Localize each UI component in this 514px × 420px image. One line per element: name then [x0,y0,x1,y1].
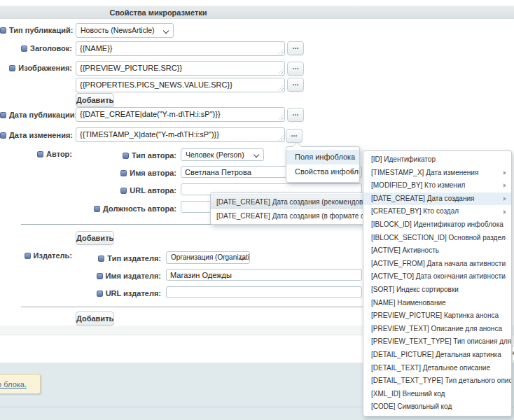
publisher-name-input[interactable]: Магазин Одежды [166,269,362,281]
submenu-arrow-icon [352,170,354,174]
field-menu-item[interactable]: [ID] Идентификатор [363,153,511,167]
publication-type-select[interactable]: Новость (NewsArticle) [76,23,174,38]
context-menu-item[interactable]: Свойства инфоблока [286,164,359,179]
author-url-label: URL автора: [0,186,176,195]
title-more-button[interactable]: ... [287,41,304,55]
author-position-label: Должность автора: [0,204,176,213]
hint-icon[interactable] [0,132,6,139]
publish-date-label: Дата публикации: [0,111,72,119]
resize-grip-icon[interactable] [278,69,284,74]
author-type-label: Тип автора: [0,151,176,160]
field-menu-item[interactable]: [MODIFIED_BY] Кто изменил [363,179,511,192]
title-label: Заголовок: [0,44,72,52]
field-menu-item[interactable]: [DATE_CREATE] Дата создания [363,192,511,206]
help-tooltip: ого блока. [0,374,41,394]
page-title: Свойства микроразметки [0,8,317,17]
microdata-properties-form: Свойства микроразметки Тип публикаций: Н… [0,0,514,420]
field-menu-item[interactable]: [DETAIL_PICTURE] Детальная картинка [363,349,511,362]
resize-grip-icon[interactable] [278,49,284,55]
field-menu-item[interactable]: [PREVIEW_TEXT_TYPE] Тип описания для ано… [363,335,511,349]
image-1-more-button[interactable]: ... [287,62,304,76]
submenu-arrow-icon [503,210,506,214]
publisher-url-input[interactable] [166,286,362,298]
submenu-arrow-icon [503,197,506,201]
publication-type-label: Тип публикаций: [0,26,72,34]
hint-icon[interactable] [0,112,6,118]
field-menu-item[interactable]: [IBLOCK_SECTION_ID] Основной раздел [363,232,511,245]
field-menu-item[interactable]: [ACTIVE] Активность [363,244,511,258]
publisher-type-select[interactable]: Организация (Organization) [166,251,250,264]
resize-grip-icon[interactable] [278,115,284,120]
image-src-textarea-2[interactable]: {{PROPERTIES.PICS_NEWS.VALUE.SRC}} [76,78,285,92]
field-menu-item[interactable]: [PREVIEW_TEXT] Описание для анонса [363,323,511,336]
iblock-fields-menu: [ID] Идентификатор [TIMESTAMP_X] Дата из… [363,150,512,416]
author-type-select[interactable]: Человек (Person) [181,148,264,161]
hint-icon[interactable] [123,153,129,159]
field-menu-item[interactable]: [NAME] Наименование [363,297,511,310]
modify-date-textarea[interactable]: {{TIMESTAMP_X|date("Y-m-d\TH:i:sP")}} [76,127,285,142]
submenu-arrow-icon [503,171,506,175]
field-menu-item[interactable]: [XML_ID] Внешний код [363,388,511,401]
field-menu-item[interactable]: [DETAIL_TEXT_TYPE] Тип детального описан… [363,374,511,388]
hint-icon[interactable] [120,170,127,176]
field-menu-item[interactable]: [CREATED_BY] Кто создал [363,205,511,218]
field-menu-item[interactable]: [DETAIL_TEXT] Детальное описание [363,362,511,375]
publisher-name-label: Имя издателя: [0,272,161,280]
hint-icon[interactable] [9,65,15,71]
hint-icon[interactable] [120,188,127,194]
publish-date-textarea[interactable]: {{DATE_CREATE|date("Y-m-d\TH:i:sP")}} [76,107,285,122]
add-author-button[interactable]: Добавить [76,231,114,245]
date-create-submenu: [DATE_CREATE] Дата создания (рекомендова… [210,192,365,225]
submenu-arrow-icon [503,236,506,240]
field-menu-item[interactable]: [PREVIEW_PICTURE] Картинка анонса [363,309,511,323]
resize-grip-icon[interactable] [278,135,284,141]
publisher-url-label: URL издателя: [0,289,161,298]
publish-date-more-button[interactable]: ... [287,108,304,122]
hint-icon[interactable] [21,46,27,52]
field-menu-item[interactable]: [IBLOCK_ID] Идентификатор инфоблока [363,218,511,232]
hint-icon[interactable] [97,273,103,279]
submenu-arrow-icon [503,262,506,266]
add-publisher-button[interactable]: Добавить [76,312,114,326]
image-src-textarea-1[interactable]: {{PREVIEW_PICTURE.SRC}} [76,61,285,76]
publisher-type-label: Тип издателя: [0,254,161,262]
context-menu-item[interactable]: Поля инфоблока [286,150,359,164]
submenu-arrow-icon [503,275,506,279]
field-menu-item[interactable]: [TIMESTAMP_X] Дата изменения [363,167,511,180]
tooltip-link[interactable]: ого блока. [0,380,27,388]
chevron-down-icon [253,152,259,158]
field-menu-item[interactable]: [SORT] Индекс сортировки [363,284,511,297]
submenu-item[interactable]: [DATE_CREATE] Дата создания (в формате с… [211,209,364,223]
hint-icon[interactable] [98,255,104,262]
add-image-button[interactable]: Добавить [76,93,114,107]
submenu-item[interactable]: [DATE_CREATE] Дата создания (рекомендова… [211,194,364,209]
chevron-down-icon [163,28,169,34]
author-name-label: Имя автора: [0,169,176,177]
hint-icon[interactable] [94,206,100,212]
field-menu-item[interactable]: [ACTIVE_FROM] Дата начала активности [363,258,511,271]
resize-grip-icon[interactable] [278,85,284,91]
submenu-arrow-icon [503,183,506,188]
images-label: Изображения: [0,64,72,72]
hint-icon[interactable] [97,290,103,297]
context-menu: Поля инфоблока Свойства инфоблока [286,146,360,183]
menu-notch [293,143,301,147]
field-menu-item[interactable]: [CODE] Символьный код [363,400,511,414]
field-menu-item[interactable]: [ACTIVE_TO] Дата окончания активности [363,270,511,284]
title-textarea[interactable]: {{NAME}} [76,41,285,56]
modify-date-label: Дата изменения: [0,131,72,139]
submenu-arrow-icon [352,155,354,160]
section-divider [21,307,364,307]
hint-icon[interactable] [0,27,6,34]
modify-date-more-button[interactable]: ... [286,129,303,143]
image-2-more-button[interactable]: ... [287,78,304,92]
